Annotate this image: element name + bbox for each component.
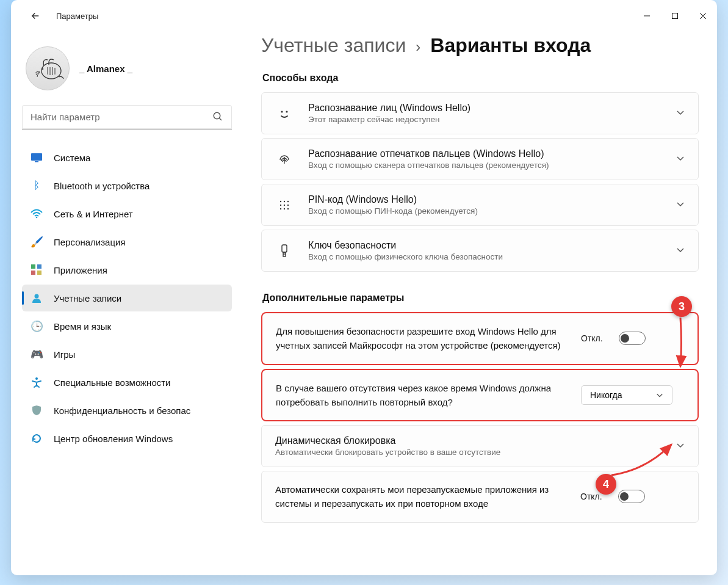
setting-text: В случае вашего отсутствия через какое в…: [276, 381, 569, 410]
nav-network[interactable]: Сеть & и Интернет: [22, 200, 232, 227]
annotation-badge-3: 3: [671, 296, 692, 317]
nav-gaming[interactable]: 🎮 Игры: [22, 341, 232, 368]
signin-methods-list: Распознавание лиц (Windows Hello) Этот п…: [261, 92, 699, 272]
nav-personalization[interactable]: 🖌️ Персонализация: [22, 228, 232, 255]
nav: Система ᛒ Bluetooth и устройства Сеть & …: [22, 144, 232, 452]
brush-icon: 🖌️: [31, 236, 43, 248]
titlebar: Параметры: [11, 0, 717, 32]
setting-windows-hello-only: Для повышения безопасности разрешите вхо…: [261, 312, 699, 365]
minimize-button[interactable]: [633, 3, 661, 29]
search-input[interactable]: [22, 105, 232, 129]
additional-settings-list: Для повышения безопасности разрешите вхо…: [261, 312, 699, 523]
nav-privacy[interactable]: Конфиденциальность и безопас: [22, 397, 232, 424]
toggle-restart-apps[interactable]: [618, 490, 645, 503]
svg-point-7: [42, 68, 43, 70]
breadcrumb-current: Варианты входа: [430, 34, 591, 57]
svg-point-18: [35, 377, 38, 380]
back-button[interactable]: [23, 4, 48, 28]
card-subtitle: Этот параметр сейчас недоступен: [308, 115, 661, 124]
setting-restart-apps: Автоматически сохранять мои перезапускае…: [261, 471, 699, 523]
setting-require-signin: В случае вашего отсутствия через какое в…: [261, 369, 699, 422]
nav-label: Конфиденциальность и безопас: [54, 405, 190, 416]
setting-dynamic-lock[interactable]: Динамическая блокировка Автоматически бл…: [261, 425, 699, 467]
svg-point-20: [286, 111, 287, 112]
nav-accessibility[interactable]: Специальные возможности: [22, 369, 232, 396]
breadcrumb-separator: ›: [416, 38, 420, 56]
breadcrumb-parent[interactable]: Учетные записи: [261, 34, 406, 57]
card-subtitle: Автоматически блокировать устройство в в…: [275, 448, 661, 457]
svg-rect-10: [31, 153, 42, 161]
dropdown-require-signin[interactable]: Никогда: [581, 385, 672, 405]
nav-label: Время и язык: [54, 321, 111, 332]
search: [22, 105, 232, 129]
dropdown-value: Никогда: [590, 390, 622, 400]
chevron-down-icon: [676, 441, 685, 452]
section-title-signin-methods: Способы входа: [262, 73, 699, 84]
option-fingerprint[interactable]: Распознавание отпечатков пальцев (Window…: [261, 138, 699, 180]
section-title-additional: Дополнительные параметры: [262, 292, 699, 303]
content: Учетные записи › Варианты входа Способы …: [243, 32, 717, 575]
card-subtitle: Вход с помощью сканера отпечатков пальце…: [308, 161, 661, 170]
toggle-windows-hello-only[interactable]: [619, 332, 646, 345]
nav-time-language[interactable]: 🕒 Время и язык: [22, 313, 232, 340]
svg-rect-13: [31, 264, 35, 269]
toggle-state-label: Откл.: [580, 492, 602, 501]
close-button[interactable]: [689, 3, 717, 29]
chevron-down-icon: [656, 391, 663, 399]
svg-rect-15: [31, 271, 35, 275]
monitor-icon: [31, 151, 43, 164]
chevron-down-icon: [676, 245, 685, 256]
svg-point-26: [287, 204, 289, 205]
chevron-down-icon: [676, 154, 685, 165]
svg-rect-11: [35, 161, 38, 162]
card-subtitle: Вход с помощью физического ключа безопас…: [308, 252, 661, 261]
nav-label: Игры: [54, 349, 75, 360]
nav-system[interactable]: Система: [22, 144, 232, 171]
svg-point-23: [287, 200, 289, 202]
game-icon: 🎮: [31, 348, 43, 360]
pin-icon: [275, 199, 294, 211]
breadcrumb: Учетные записи › Варианты входа: [261, 34, 699, 57]
person-icon: [31, 292, 43, 304]
card-title: Динамическая блокировка: [275, 435, 661, 446]
avatar: [26, 46, 70, 90]
svg-point-19: [281, 111, 283, 112]
maximize-button[interactable]: [661, 3, 689, 29]
card-subtitle: Вход с помощью ПИН-кода (рекомендуется): [308, 206, 661, 216]
search-icon: [212, 111, 223, 125]
nav-accounts[interactable]: Учетные записи: [22, 285, 232, 311]
chevron-down-icon: [676, 200, 685, 211]
svg-rect-1: [672, 13, 678, 19]
card-title: Распознавание лиц (Windows Hello): [308, 103, 661, 114]
svg-point-24: [280, 204, 281, 205]
nav-label: Специальные возможности: [54, 377, 171, 388]
svg-point-21: [280, 200, 281, 202]
nav-bluetooth[interactable]: ᛒ Bluetooth и устройства: [22, 172, 232, 199]
option-security-key[interactable]: Ключ безопасности Вход с помощью физичес…: [261, 230, 699, 272]
card-title: PIN-код (Windows Hello): [308, 194, 661, 205]
wifi-icon: [31, 208, 43, 220]
option-pin[interactable]: PIN-код (Windows Hello) Вход с помощью П…: [261, 184, 699, 226]
svg-rect-14: [37, 264, 41, 269]
svg-rect-30: [282, 245, 287, 252]
sidebar: _ Almanex _ Система ᛒ Bluetooth и устрой…: [11, 32, 243, 575]
nav-label: Учетные записи: [54, 293, 121, 303]
nav-apps[interactable]: Приложения: [22, 256, 232, 283]
card-title: Ключ безопасности: [308, 240, 661, 251]
profile[interactable]: _ Almanex _: [22, 38, 232, 105]
svg-point-22: [284, 200, 285, 202]
nav-label: Bluetooth и устройства: [54, 181, 150, 191]
svg-point-25: [284, 204, 285, 205]
svg-point-8: [214, 112, 220, 119]
svg-point-27: [280, 208, 281, 209]
setting-text: Автоматически сохранять мои перезапускае…: [275, 482, 568, 511]
window-controls: [633, 3, 717, 29]
update-icon: [31, 432, 43, 445]
bluetooth-icon: ᛒ: [31, 180, 43, 192]
chevron-down-icon: [676, 108, 685, 119]
option-face-recognition[interactable]: Распознавание лиц (Windows Hello) Этот п…: [261, 92, 699, 134]
nav-label: Центр обновления Windows: [54, 434, 173, 444]
nav-windows-update[interactable]: Центр обновления Windows: [22, 425, 232, 452]
face-icon: [275, 107, 294, 120]
svg-point-29: [287, 208, 289, 209]
